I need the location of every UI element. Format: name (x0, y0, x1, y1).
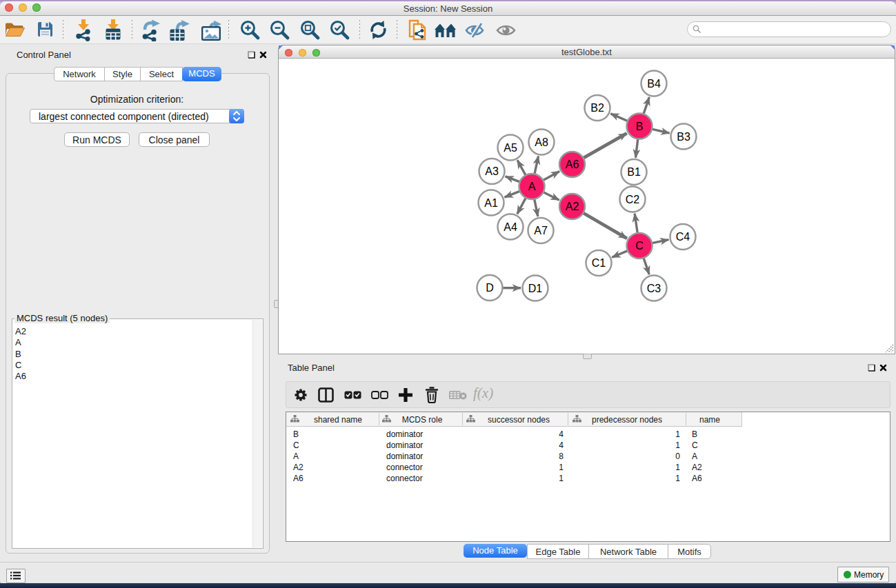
svg-text:A4: A4 (504, 221, 517, 233)
svg-text:B4: B4 (647, 78, 661, 90)
svg-text:D: D (486, 282, 494, 294)
svg-text:A5: A5 (504, 142, 517, 154)
svg-text:A: A (528, 181, 536, 192)
svg-text:C2: C2 (626, 194, 640, 205)
svg-text:B2: B2 (590, 102, 604, 114)
svg-text:A6: A6 (566, 159, 579, 170)
svg-text:D1: D1 (528, 283, 543, 294)
svg-text:C1: C1 (592, 257, 606, 269)
svg-text:A7: A7 (534, 225, 548, 236)
svg-text:C: C (635, 240, 644, 252)
svg-text:A3: A3 (485, 165, 499, 177)
svg-text:C4: C4 (676, 231, 690, 243)
svg-text:A1: A1 (484, 197, 498, 209)
svg-text:B: B (636, 121, 644, 132)
svg-text:A8: A8 (535, 136, 548, 148)
svg-text:B1: B1 (627, 166, 641, 178)
svg-text:A2: A2 (566, 201, 579, 212)
svg-text:B3: B3 (677, 131, 690, 143)
svg-text:C3: C3 (647, 283, 661, 294)
